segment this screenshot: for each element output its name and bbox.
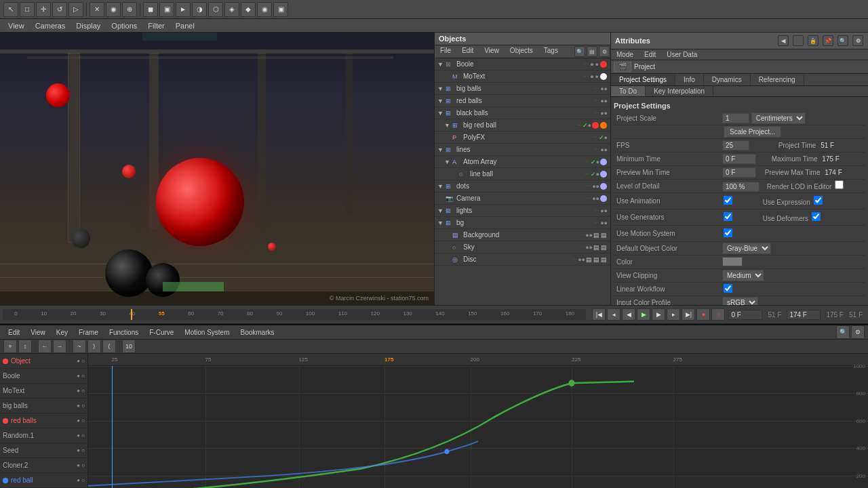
transport-start[interactable]: |◀ <box>592 308 606 321</box>
attr-lock[interactable]: 🔒 <box>808 35 818 46</box>
obj-row-bg[interactable]: ▼ ⊞ bg ··· ● ● <box>435 217 610 229</box>
bigredballs-vis[interactable]: ✓ <box>583 122 588 129</box>
transport-auto[interactable]: ○ <box>711 308 725 321</box>
lineball-lock[interactable]: ● <box>596 171 599 178</box>
motext-lock[interactable]: ● <box>595 73 599 80</box>
attr-search[interactable]: 🔍 <box>837 35 848 46</box>
default-color-select[interactable]: Gray-Blue <box>722 243 771 254</box>
objects-menu-edit[interactable]: Edit <box>456 45 479 58</box>
expand-icon-3[interactable]: ▼ <box>437 85 444 92</box>
tl-tool6[interactable]: ⟩ <box>87 340 101 353</box>
obj-row-dots[interactable]: ▼ ⊞ dots ··· ● ● <box>435 180 610 192</box>
obj-settings-btn[interactable]: ⚙ <box>599 46 610 57</box>
cube-btn[interactable]: ◼ <box>143 2 158 17</box>
tl-tool4[interactable]: → <box>53 340 66 353</box>
live-select-btn[interactable]: □ <box>20 2 35 17</box>
attr-menu-userdata[interactable]: User Data <box>661 49 703 60</box>
menu-filter[interactable]: Filter <box>142 20 170 31</box>
attr-nav-fwd[interactable] <box>793 35 804 46</box>
attr-tab-referencing[interactable]: Referencing <box>751 74 804 85</box>
obj-row-bigballs[interactable]: ▼ ⊞ big balls ··· ● ● <box>435 83 610 95</box>
linear-wf-checkbox[interactable] <box>724 284 732 293</box>
nurbs-btn[interactable]: ► <box>176 2 191 17</box>
obj-row-bigredballs[interactable]: ▼ ⊞ big red ball ··· ✓ ● <box>435 119 610 131</box>
spline-btn[interactable]: ▣ <box>159 2 174 17</box>
attr-subtab-keyinterp[interactable]: Key Interpolation <box>646 86 713 96</box>
min-time-input[interactable] <box>722 154 756 164</box>
lineball-vis[interactable]: ✓ <box>591 171 596 178</box>
obj-row-lineball[interactable]: ○ line ball ··· ✓ ● <box>435 168 610 180</box>
objects-menu-tags[interactable]: Tags <box>538 45 564 58</box>
attr-subtab-todo[interactable]: To Do <box>611 86 646 96</box>
polyfx-lock[interactable]: ● <box>604 134 608 141</box>
obj-row-polyfx[interactable]: P PolyFX ··· ✓ ● <box>435 131 610 144</box>
attr-tab-dynamics[interactable]: Dynamics <box>704 74 751 85</box>
tl-tool5[interactable]: ~ <box>73 340 86 353</box>
transport-prev-frame[interactable]: ◀ <box>622 308 635 321</box>
use-generators-checkbox[interactable] <box>724 212 732 221</box>
dots-lock[interactable]: ● <box>596 183 599 190</box>
scale-project-btn[interactable]: Scale Project... <box>724 126 781 138</box>
tl-tool1[interactable]: + <box>3 340 17 353</box>
use-motion-checkbox[interactable] <box>724 228 732 237</box>
disc-lock[interactable]: ● <box>582 256 585 263</box>
menu-options[interactable]: Options <box>106 20 142 31</box>
environment-btn[interactable]: ⬡ <box>208 2 223 17</box>
project-scale-unit[interactable]: Centimeters <box>751 113 806 124</box>
move-tool-btn[interactable]: ↖ <box>3 2 18 17</box>
obj-row-camera[interactable]: 📷 Camera ··· ● ● <box>435 192 610 205</box>
current-time-input[interactable] <box>728 310 762 320</box>
expand-icon-11[interactable]: ▼ <box>437 183 444 190</box>
move-btn[interactable]: ✛ <box>36 2 51 17</box>
use-animation-checkbox[interactable] <box>724 196 732 205</box>
tl-search-btn[interactable]: 🔍 <box>836 325 850 339</box>
obj-row-blackballs[interactable]: ▼ ⊞ black balls ··· ● ● <box>435 107 610 119</box>
sky-lock[interactable]: ● <box>589 244 593 251</box>
menu-panel[interactable]: Panel <box>170 20 200 31</box>
tl-tool8[interactable]: 10 <box>122 340 136 353</box>
rotate-btn[interactable]: ▷ <box>68 2 83 17</box>
scrubber-ruler[interactable]: 0 10 20 30 40 55 60 70 80 90 100 110 120… <box>3 309 586 320</box>
expand-icon-8[interactable]: ▼ <box>437 146 444 153</box>
menu-cameras[interactable]: Cameras <box>30 20 71 31</box>
obj-row-boole[interactable]: ▼ ⊠ Boole ··· ● ● <box>435 58 610 70</box>
boole-vis[interactable]: ● <box>590 61 593 68</box>
transport-record[interactable]: ● <box>696 308 710 321</box>
atomarray-lock[interactable]: ● <box>596 159 599 165</box>
attr-menu-edit[interactable]: Edit <box>639 49 661 60</box>
project-scale-input[interactable] <box>722 113 749 123</box>
preview-min-input[interactable] <box>722 167 756 178</box>
obj-row-lines[interactable]: ▼ ⊞ lines ··· ● ● <box>435 144 610 156</box>
obj-search-btn[interactable]: 🔍 <box>574 46 585 57</box>
deformer-btn[interactable]: ◑ <box>192 2 207 17</box>
tl-menu-view[interactable]: View <box>25 327 51 338</box>
tl-menu-edit[interactable]: Edit <box>3 327 25 338</box>
atomarray-vis[interactable]: ✓ <box>591 159 596 165</box>
object-btn[interactable]: ⊕ <box>122 2 137 17</box>
tl-menu-key[interactable]: Key <box>51 327 73 338</box>
use-deformers-checkbox[interactable] <box>812 212 821 221</box>
expand-icon-4[interactable]: ▼ <box>437 98 444 104</box>
obj-filter-btn[interactable]: ▤ <box>587 46 597 57</box>
end-time-input[interactable] <box>787 310 821 320</box>
blackballs-lock[interactable]: ● <box>604 110 608 117</box>
tl-menu-frame[interactable]: Frame <box>73 327 104 338</box>
bigredballs-lock[interactable]: ● <box>588 122 591 129</box>
attr-menu-mode[interactable]: Mode <box>611 49 639 60</box>
motext-vis[interactable]: ● <box>590 73 593 80</box>
attr-tab-info[interactable]: Info <box>675 74 704 85</box>
view-clip-select[interactable]: Medium <box>722 270 764 281</box>
camera-btn[interactable]: ◈ <box>224 2 239 17</box>
expand-icon-14[interactable]: ▼ <box>437 220 444 226</box>
obj-row-motext[interactable]: M MoText ··· ● ● <box>435 70 610 83</box>
obj-row-disc[interactable]: ◎ Disc ··· ● ● ▤ ▤ ▤ <box>435 253 610 266</box>
attr-tab-project-settings[interactable]: Project Settings <box>611 74 675 85</box>
obj-row-lights[interactable]: ▼ ⊞ lights ··· ● ● <box>435 205 610 217</box>
menu-display[interactable]: Display <box>71 20 106 31</box>
transport-next-frame[interactable]: ▶ <box>652 308 665 321</box>
color-profile-select[interactable]: sRGB <box>722 297 758 305</box>
objects-menu-objects[interactable]: Objects <box>505 45 538 58</box>
bg-lock[interactable]: ● <box>604 220 608 226</box>
use-expression-checkbox[interactable] <box>814 196 823 205</box>
tl-menu-motion[interactable]: Motion System <box>179 327 235 338</box>
